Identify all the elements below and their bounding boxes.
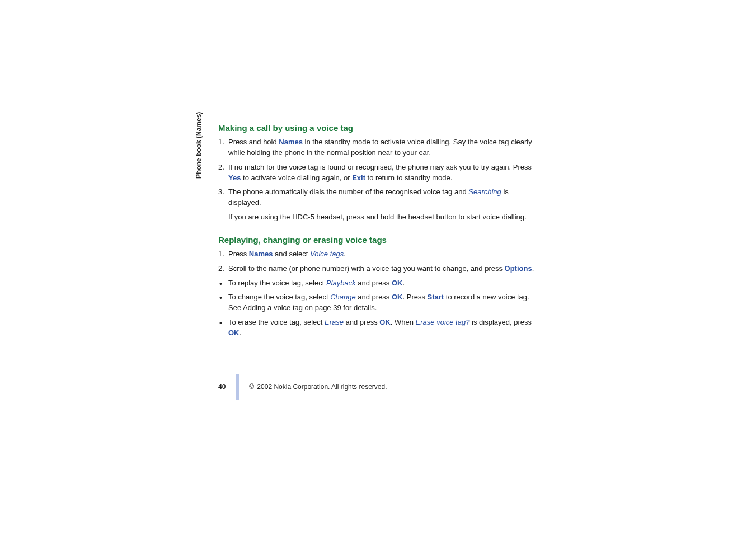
text: If no match for the voice tag is found o… bbox=[228, 163, 532, 171]
menu-voice-tags: Voice tags bbox=[310, 250, 344, 258]
text: Scroll to the name (or phone number) wit… bbox=[228, 264, 505, 273]
text: and select bbox=[273, 250, 310, 258]
keyword-ok: OK bbox=[379, 318, 391, 326]
page-footer: 40 2002 Nokia Corporation. All rights re… bbox=[218, 374, 387, 400]
keyword-ok: OK bbox=[392, 293, 403, 301]
page-content: Making a call by using a voice tag Press… bbox=[196, 123, 537, 343]
text: . When bbox=[391, 318, 416, 326]
keyword-start: Start bbox=[428, 293, 444, 301]
text: . bbox=[402, 279, 405, 287]
heading-replaying: Replaying, changing or erasing voice tag… bbox=[218, 235, 537, 245]
steps-making-call: Press and hold Names in the standby mode… bbox=[218, 137, 537, 208]
copyright-text: 2002 Nokia Corporation. All rights reser… bbox=[249, 383, 387, 391]
prompt-erase-voice-tag: Erase voice tag? bbox=[416, 318, 470, 326]
list-item: If no match for the voice tag is found o… bbox=[218, 162, 537, 184]
keyword-names: Names bbox=[249, 250, 273, 258]
text: . Press bbox=[403, 293, 428, 301]
list-item: The phone automatically dials the number… bbox=[218, 187, 537, 208]
text: to activate voice dialling again, or bbox=[241, 174, 352, 182]
extra-note: If you are using the HDC-5 headset, pres… bbox=[218, 212, 537, 223]
list-item: To replay the voice tag, select Playback… bbox=[218, 278, 537, 289]
text: The phone automatically dials the number… bbox=[228, 188, 468, 196]
text: To replay the voice tag, select bbox=[228, 279, 326, 287]
bullets-voice-tag-actions: To replay the voice tag, select Playback… bbox=[218, 278, 537, 339]
menu-playback: Playback bbox=[326, 279, 356, 287]
keyword-yes: Yes bbox=[228, 174, 241, 182]
text: . bbox=[240, 329, 242, 337]
heading-making-call: Making a call by using a voice tag bbox=[218, 123, 537, 133]
text: and press bbox=[356, 279, 392, 287]
menu-change: Change bbox=[330, 293, 356, 301]
list-item: Press Names and select Voice tags. bbox=[218, 249, 537, 260]
text: is displayed, press bbox=[469, 318, 532, 326]
list-item: Press and hold Names in the standby mode… bbox=[218, 137, 537, 158]
menu-erase: Erase bbox=[325, 318, 344, 326]
text: . bbox=[344, 250, 346, 258]
text: To erase the voice tag, select bbox=[228, 318, 325, 326]
keyword-ok: OK bbox=[392, 279, 403, 287]
keyword-options: Options bbox=[505, 264, 532, 273]
page-number: 40 bbox=[218, 383, 226, 391]
keyword-ok: OK bbox=[228, 329, 240, 337]
footer-divider bbox=[236, 374, 239, 400]
text: To change the voice tag, select bbox=[228, 293, 330, 301]
list-item: To erase the voice tag, select Erase and… bbox=[218, 317, 537, 339]
list-item: To change the voice tag, select Change a… bbox=[218, 292, 537, 313]
text: Press bbox=[228, 250, 249, 258]
steps-replaying: Press Names and select Voice tags. Scrol… bbox=[218, 249, 537, 274]
text: and press bbox=[344, 318, 379, 326]
text: to return to standby mode. bbox=[365, 174, 452, 182]
text: Press and hold bbox=[228, 138, 279, 146]
status-searching: Searching bbox=[468, 188, 501, 196]
text: and press bbox=[356, 293, 392, 301]
text: . bbox=[532, 264, 534, 273]
keyword-exit: Exit bbox=[352, 174, 365, 182]
list-item: Scroll to the name (or phone number) wit… bbox=[218, 264, 537, 274]
keyword-names: Names bbox=[279, 138, 303, 146]
